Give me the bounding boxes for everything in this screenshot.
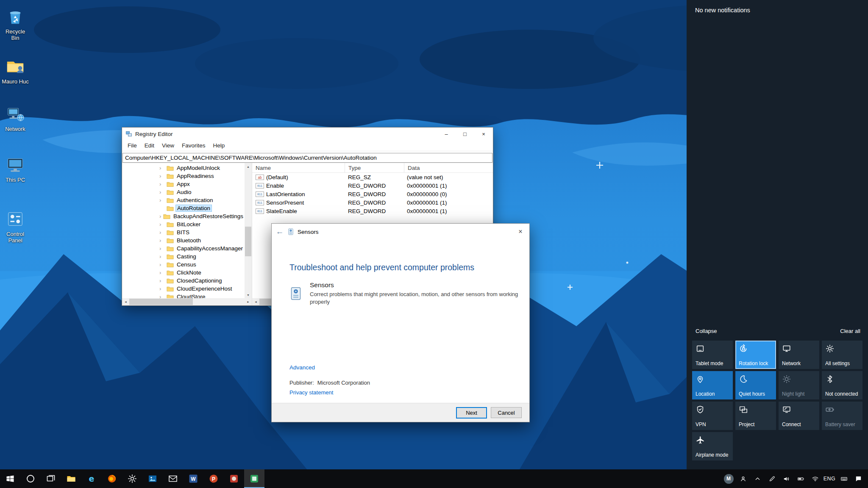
quick-action-all-settings[interactable]: All settings xyxy=(822,341,862,369)
tree-item-appreadiness[interactable]: ›AppReadiness xyxy=(122,172,245,180)
tree-item-casting[interactable]: ›Casting xyxy=(122,252,245,261)
quick-action-quiet-hours[interactable]: Quiet hours xyxy=(735,371,776,399)
tray-language[interactable]: ENG xyxy=(822,469,837,488)
chevron-right-icon[interactable]: › xyxy=(159,181,166,187)
tree-item-appmodelunlock[interactable]: ›AppModelUnlock xyxy=(122,164,245,172)
desktop-icon-recycle-bin[interactable]: Recycle Bin xyxy=(2,7,29,42)
quick-action-airplane-mode[interactable]: Airplane mode xyxy=(692,432,733,460)
tree-item-cloudexperiencehost[interactable]: ›CloudExperienceHost xyxy=(122,285,245,293)
tray-show-hidden-icons[interactable] xyxy=(750,469,765,488)
chevron-right-icon[interactable]: › xyxy=(159,286,166,291)
tree-item-bits[interactable]: ›BITS xyxy=(122,228,245,236)
tree-item-authentication[interactable]: ›Authentication xyxy=(122,196,245,204)
chevron-right-icon[interactable]: › xyxy=(159,214,163,219)
menu-favorites[interactable]: Favorites xyxy=(178,141,209,150)
column-header-type[interactable]: Type xyxy=(345,163,404,172)
next-button[interactable]: Next xyxy=(456,407,487,419)
taskbar-firefox[interactable] xyxy=(102,469,122,488)
privacy-statement-link[interactable]: Privacy statement xyxy=(289,389,333,396)
tree-item-bluetooth[interactable]: ›Bluetooth xyxy=(122,236,245,244)
column-header-name[interactable]: Name xyxy=(252,163,345,172)
quick-action-battery-saver[interactable]: Battery saver xyxy=(822,402,862,430)
back-button[interactable]: ← xyxy=(273,227,287,236)
scrollbar-thumb[interactable] xyxy=(129,299,193,305)
registry-address-input[interactable] xyxy=(122,153,492,163)
tree-item-capabilityaccessmanager[interactable]: ›CapabilityAccessManager xyxy=(122,244,245,252)
taskbar-troubleshooter-app[interactable] xyxy=(244,469,264,488)
dialog-close-button[interactable]: × xyxy=(512,224,529,240)
chevron-right-icon[interactable]: › xyxy=(159,230,166,235)
tray-pen[interactable] xyxy=(765,469,779,488)
chevron-right-icon[interactable]: › xyxy=(159,197,166,203)
horizontal-scrollbar[interactable]: ◄ ► xyxy=(122,298,252,305)
chevron-right-icon[interactable]: › xyxy=(159,278,166,283)
quick-action-project[interactable]: Project xyxy=(735,402,776,430)
chevron-right-icon[interactable]: › xyxy=(159,254,166,259)
registry-value-row[interactable]: 011LastOrientationREG_DWORD0x00000000 (0… xyxy=(252,190,493,198)
desktop-icon-control-panel[interactable]: Control Panel xyxy=(2,209,29,244)
column-header-data[interactable]: Data xyxy=(404,163,493,172)
scroll-down-icon[interactable]: ▼ xyxy=(245,291,252,298)
chevron-right-icon[interactable]: › xyxy=(159,222,166,227)
taskbar-photos[interactable] xyxy=(142,469,163,488)
tree-item-backupandrestoresettings[interactable]: ›BackupAndRestoreSettings xyxy=(122,212,245,220)
desktop-icon-mauro-huc[interactable]: Mauro Huc xyxy=(2,57,29,85)
chevron-right-icon[interactable]: › xyxy=(159,294,166,298)
clear-all-link[interactable]: Clear all xyxy=(840,328,860,334)
tray-network[interactable] xyxy=(808,469,822,488)
taskbar-edge[interactable]: e xyxy=(81,469,102,488)
tray-action-center[interactable] xyxy=(851,469,865,488)
advanced-link[interactable]: Advanced xyxy=(289,364,315,371)
taskbar-mail[interactable] xyxy=(163,469,183,488)
quick-action-connect[interactable]: Connect xyxy=(779,402,819,430)
tree-item-bitlocker[interactable]: ›BitLocker xyxy=(122,220,245,228)
quick-action-rotation-lock[interactable]: Rotation lock xyxy=(735,341,776,369)
taskbar-file-explorer[interactable] xyxy=(61,469,81,488)
minimize-button[interactable]: – xyxy=(437,128,456,140)
registry-value-row[interactable]: 011EnableREG_DWORD0x00000001 (1) xyxy=(252,181,493,190)
scrollbar-thumb[interactable] xyxy=(245,227,251,256)
close-button[interactable]: × xyxy=(474,128,493,140)
scroll-up-icon[interactable]: ▲ xyxy=(245,163,252,170)
menu-view[interactable]: View xyxy=(158,141,178,150)
chevron-right-icon[interactable]: › xyxy=(159,238,166,243)
tray-touch-keyboard[interactable] xyxy=(837,469,851,488)
desktop-icon-this-pc[interactable]: This PC xyxy=(2,155,29,183)
regedit-titlebar[interactable]: Registry Editor – □ × xyxy=(122,128,493,140)
tree-item-cloudstore[interactable]: ›CloudStore xyxy=(122,293,245,298)
tree-item-census[interactable]: ›Census xyxy=(122,261,245,269)
maximize-button[interactable]: □ xyxy=(456,128,474,140)
menu-edit[interactable]: Edit xyxy=(141,141,158,150)
tray-user-account[interactable]: M xyxy=(721,469,736,488)
taskbar-search-button[interactable] xyxy=(20,469,41,488)
taskbar-task-view-button[interactable] xyxy=(41,469,61,488)
taskbar-word[interactable]: W xyxy=(183,469,203,488)
quick-action-location[interactable]: Location xyxy=(692,371,733,399)
quick-action-tablet-mode[interactable]: Tablet mode xyxy=(692,341,733,369)
menu-file[interactable]: File xyxy=(124,141,141,150)
vertical-scrollbar[interactable]: ▲ ▼ xyxy=(245,163,252,298)
tray-volume[interactable] xyxy=(779,469,793,488)
quick-action-network[interactable]: Network xyxy=(779,341,819,369)
desktop-icon-network[interactable]: Network xyxy=(2,104,29,133)
tree-item-autorotation[interactable]: AutoRotation xyxy=(122,204,245,212)
cancel-button[interactable]: Cancel xyxy=(491,407,522,418)
quick-action-vpn[interactable]: VPN xyxy=(692,402,733,430)
tray-battery[interactable] xyxy=(793,469,808,488)
chevron-right-icon[interactable]: › xyxy=(159,262,166,267)
chevron-right-icon[interactable]: › xyxy=(159,165,166,171)
collapse-link[interactable]: Collapse xyxy=(696,328,717,334)
chevron-right-icon[interactable]: › xyxy=(159,173,166,179)
tree-item-closedcaptioning[interactable]: ›ClosedCaptioning xyxy=(122,277,245,285)
chevron-right-icon[interactable]: › xyxy=(159,189,166,195)
registry-value-row[interactable]: ab(Default)REG_SZ(value not set) xyxy=(252,173,493,181)
scroll-left-icon[interactable]: ◄ xyxy=(252,298,259,305)
scroll-left-icon[interactable]: ◄ xyxy=(122,298,129,305)
chevron-right-icon[interactable]: › xyxy=(159,270,166,275)
tree-item-appx[interactable]: ›Appx xyxy=(122,180,245,188)
taskbar-settings[interactable] xyxy=(122,469,142,488)
quick-action-not-connected[interactable]: Not connected xyxy=(822,371,862,399)
tree-item-audio[interactable]: ›Audio xyxy=(122,188,245,196)
tray-people[interactable] xyxy=(736,469,750,488)
menu-help[interactable]: Help xyxy=(209,141,229,150)
